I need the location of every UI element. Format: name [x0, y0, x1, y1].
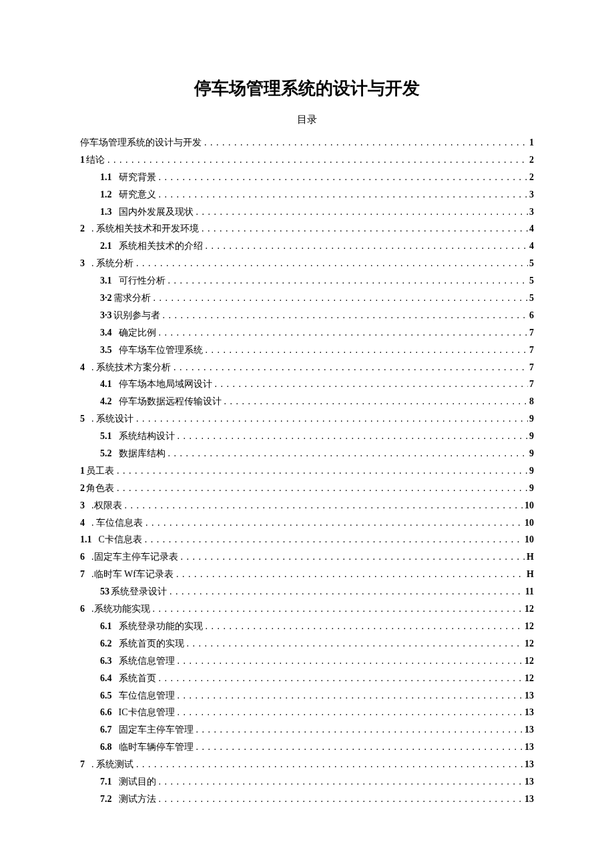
toc-entry-label: 1.2研究意义	[100, 186, 156, 203]
toc-entry: 5.2数据库结构9	[80, 445, 534, 462]
toc-entry: 6.1系统登录功能的实现12	[80, 618, 534, 635]
toc-entry-label: 7.2测试方法	[100, 791, 156, 808]
toc-entry-number: 1	[80, 466, 85, 476]
toc-entry-page: 2	[528, 169, 534, 186]
toc-entry-number: 6.1	[100, 621, 112, 631]
toc-entry-text: 系统首页的实现	[119, 638, 184, 648]
toc-leader-dots	[184, 635, 524, 653]
toc-entry-label: 5. 系统设计	[80, 410, 133, 428]
toc-leader-dots	[175, 687, 524, 705]
toc-entry-page: 9	[528, 410, 534, 428]
toc-entry-number: 7	[80, 569, 85, 579]
toc-leader-dots	[143, 514, 523, 532]
toc-entry-label: 3.5停车场车位管理系统	[100, 342, 203, 359]
toc-entry-text: . 系统相关技术和开发环境	[91, 224, 199, 234]
toc-entry-text: 停车场车位管理系统	[119, 345, 203, 355]
toc-entry-page: H	[525, 548, 534, 566]
toc-leader-dots	[194, 721, 524, 739]
toc-entry: 停车场管理系统的设计与开发1	[80, 134, 534, 151]
toc-entry: 3.5停车场车位管理系统7	[80, 342, 534, 359]
toc-entry-text: . 系统设计	[91, 414, 133, 424]
toc-entry-text: .权限表	[91, 500, 122, 510]
toc-entry-text: 测试目的	[119, 777, 156, 787]
toc-leader-dots	[122, 497, 524, 514]
toc-entry-number: 3	[80, 258, 85, 268]
toc-entry-label: 6.固定车主停车记录表	[80, 548, 178, 566]
toc-entry-number: 3·2	[100, 293, 112, 303]
toc-entry: 3.权限表10	[80, 497, 534, 514]
toc-entry-number: 1	[80, 155, 85, 165]
toc-leader-dots	[203, 342, 529, 359]
toc-entry-text: .固定车主停车记录表	[91, 552, 178, 562]
toc-entry-page: 12	[523, 653, 534, 670]
toc-leader-dots	[202, 134, 528, 151]
toc-entry-page: 9	[528, 445, 534, 462]
toc-entry: 3·3识别参与者6	[80, 307, 534, 324]
toc-entry-label: 3.1可行性分析	[100, 272, 166, 290]
toc-leader-dots	[194, 739, 524, 756]
toc-leader-dots	[175, 653, 524, 670]
toc-entry-page: H	[525, 566, 534, 583]
toc-leader-dots	[114, 462, 528, 480]
toc-entry: 6.3系统信息管理12	[80, 653, 534, 670]
toc-entry-label: 6.2系统首页的实现	[100, 635, 184, 653]
toc-entry-label: 1员工表	[80, 462, 114, 480]
toc-entry-label: 1.1C卡信息表	[80, 531, 142, 548]
toc-leader-dots	[114, 480, 528, 497]
toc-entry-page: 5	[528, 255, 534, 272]
toc-leader-dots	[175, 704, 524, 721]
toc-leader-dots	[171, 359, 528, 376]
toc-entry: 1.1研究背景2	[80, 169, 534, 186]
toc-leader-dots	[199, 220, 528, 238]
toc-entry-label: 1.1研究背景	[100, 169, 156, 186]
toc-entry: 4. 系统技术方案分析7	[80, 359, 534, 376]
toc-leader-dots	[160, 307, 529, 324]
toc-leader-dots	[166, 272, 529, 290]
toc-entry-page: 3	[528, 203, 534, 221]
toc-entry-number: 5.2	[100, 448, 112, 458]
toc-entry: 3. 系统分析5	[80, 255, 534, 272]
toc-entry-number: 5.1	[100, 431, 112, 441]
toc-entry: 6.4系统首页12	[80, 670, 534, 687]
toc-entry: 3.4确定比例7	[80, 324, 534, 342]
toc-entry-page: 13	[523, 704, 534, 721]
toc-entry: 7.临时车 Wf车记录表H	[80, 566, 534, 583]
toc-entry-text: 停车场数据远程传输设计	[119, 396, 222, 406]
toc-entry-text: 研究意义	[119, 189, 156, 199]
toc-entry-label: 6.7固定车主停车管理	[100, 721, 194, 739]
toc-entry-label: 6.8临时车辆停车管理	[100, 739, 194, 756]
toc-entry-number: 3.1	[100, 276, 112, 286]
toc-entry: 1.1C卡信息表10	[80, 531, 534, 548]
toc-entry: 5.1系统结构设计9	[80, 428, 534, 445]
toc-entry-text: 系统首页	[119, 673, 156, 683]
toc-entry: 6.固定车主停车记录表H	[80, 548, 534, 566]
toc-entry: 7.2测试方法13	[80, 791, 534, 808]
toc-entry-text: 停车场管理系统的设计与开发	[80, 137, 202, 147]
toc-entry-page: 7	[528, 376, 534, 393]
toc-entry-text: 停车场本地局域网设计	[119, 379, 212, 389]
toc-entry-text: 数据库结构	[119, 448, 166, 458]
toc-entry-label: 4. 车位信息表	[80, 514, 143, 532]
toc-entry-label: 2. 系统相关技术和开发环境	[80, 220, 199, 238]
toc-leader-dots	[156, 773, 524, 791]
toc-entry-page: 10	[523, 497, 534, 514]
toc-leader-dots	[175, 428, 529, 445]
toc-entry-page: 13	[523, 687, 534, 705]
toc-entry: 6.5车位信息管理13	[80, 687, 534, 705]
toc-entry-text: 固定车主停车管理	[119, 725, 194, 735]
toc-entry: 6.2系统首页的实现12	[80, 635, 534, 653]
toc-entry-label: 7. 系统测试	[80, 756, 133, 773]
toc-entry-number: 4	[80, 518, 85, 528]
toc-entry: 53系统登录设计11	[80, 583, 534, 600]
toc-entry: 1员工表9	[80, 462, 534, 480]
toc-entry-page: 5	[528, 272, 534, 290]
toc-entry-number: 6.5	[100, 691, 112, 701]
toc-entry-number: 3	[80, 500, 85, 510]
toc-entry-number: 3·3	[100, 310, 112, 320]
toc-entry-page: 11	[524, 583, 534, 600]
toc-entry-label: 1结论	[80, 151, 105, 169]
toc-entry-page: 9	[528, 428, 534, 445]
toc-entry: 2. 系统相关技术和开发环境4	[80, 220, 534, 238]
toc-entry: 5. 系统设计9	[80, 410, 534, 428]
toc-leader-dots	[156, 670, 524, 687]
